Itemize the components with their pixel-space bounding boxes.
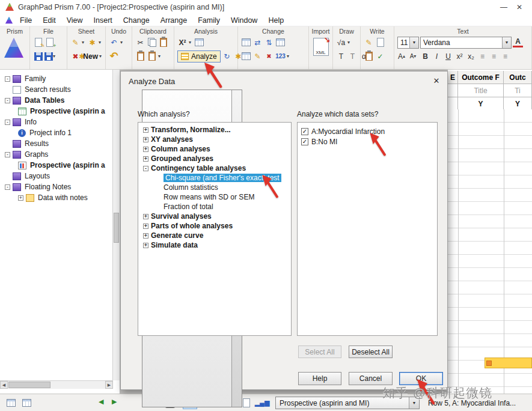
undo-small-icon[interactable]: ↶: [109, 37, 119, 48]
collapse-icon[interactable]: -: [5, 184, 10, 190]
column-header-e[interactable]: E: [448, 71, 458, 84]
analysis-item-contingency[interactable]: - Contingency table analyses: [143, 163, 291, 173]
open-file-icon[interactable]: +: [44, 37, 55, 48]
highlighted-cell[interactable]: [485, 358, 532, 368]
underline-icon[interactable]: U: [443, 51, 453, 62]
text-box-icon[interactable]: T: [347, 51, 358, 62]
scrollbar-thumb[interactable]: [8, 382, 50, 388]
menu-file[interactable]: File: [14, 16, 37, 25]
analysis-item-simulate-data[interactable]: + Simulate data: [143, 240, 291, 250]
help-button[interactable]: Help: [298, 372, 341, 385]
copy-icon[interactable]: [147, 37, 157, 48]
repeat-analysis-icon[interactable]: ↻: [222, 51, 232, 62]
edit-values-icon[interactable]: ✎: [252, 51, 263, 62]
menu-arrange[interactable]: Arrange: [155, 16, 192, 25]
sidebar-item-search-results[interactable]: Search results: [0, 84, 112, 95]
delete-values-icon[interactable]: ✖: [264, 51, 274, 62]
expand-icon[interactable]: +: [143, 156, 148, 162]
import-data-icon[interactable]: XML ↘: [313, 38, 329, 56]
collapse-icon[interactable]: -: [5, 98, 10, 103]
y-header-cell[interactable]: Y: [458, 97, 504, 111]
graphs-sheet-button[interactable]: ▂▄▆: [255, 396, 269, 409]
sidebar-item-info[interactable]: - Info: [0, 117, 112, 127]
write-note-icon[interactable]: ✎: [364, 37, 374, 48]
analysis-item-parts-of-whole[interactable]: + Parts of whole analyses: [143, 221, 291, 231]
prev-sheet-icon[interactable]: ◀: [99, 398, 103, 406]
menu-window[interactable]: Window: [225, 16, 263, 25]
sidebar-item-layouts[interactable]: Layouts: [0, 171, 112, 181]
checkbox-checked-icon[interactable]: ✓: [301, 138, 308, 145]
sheet-wizard-icon[interactable]: ✱: [87, 37, 97, 48]
analysis-item-xy[interactable]: + XY analyses: [143, 135, 291, 144]
scroll-left-button[interactable]: ◀: [0, 381, 8, 389]
minimize-button[interactable]: —: [496, 1, 512, 13]
decrease-font-icon[interactable]: A▾: [409, 51, 419, 62]
paste-icon[interactable]: [158, 37, 168, 48]
sidebar-item-data-with-notes[interactable]: + Data with notes: [0, 192, 112, 203]
column-header-outcome-next[interactable]: Outc: [504, 71, 532, 84]
menu-change[interactable]: Change: [118, 16, 155, 25]
align-right-icon[interactable]: ≡: [500, 51, 510, 62]
expand-icon[interactable]: +: [143, 243, 148, 248]
transpose-icon[interactable]: ⇄: [252, 37, 263, 48]
expand-icon[interactable]: +: [18, 195, 23, 201]
sort-icon[interactable]: ⇅: [264, 37, 274, 48]
column-title-cell-next[interactable]: Ti: [504, 84, 532, 97]
checkbox-checked-icon[interactable]: ✓: [301, 128, 308, 135]
clipboard-note-icon[interactable]: [364, 51, 374, 62]
paste-special-icon[interactable]: [135, 51, 145, 62]
next-sheet-icon[interactable]: ▶: [112, 398, 117, 406]
expand-icon[interactable]: +: [143, 233, 148, 239]
bold-icon[interactable]: B: [420, 51, 430, 62]
analysis-item-survival[interactable]: + Survival analyses: [143, 212, 291, 221]
collapse-icon[interactable]: -: [5, 152, 10, 157]
sidebar-item-graphs[interactable]: - Graphs: [0, 149, 112, 160]
expand-icon[interactable]: +: [143, 147, 148, 152]
paste-link-icon[interactable]: [147, 51, 157, 62]
format-table-icon[interactable]: [241, 37, 251, 48]
close-button[interactable]: ✕: [512, 1, 527, 13]
analysis-item-fraction-of-total[interactable]: Fraction of total: [143, 202, 291, 212]
column-title-cell[interactable]: Title: [458, 84, 504, 97]
analysis-item-column[interactable]: + Column analyses: [143, 144, 291, 154]
cut-icon[interactable]: ✂: [135, 37, 145, 48]
font-family-select[interactable]: Verdana ▼: [420, 37, 512, 49]
collapse-icon[interactable]: -: [143, 166, 148, 171]
expand-icon[interactable]: +: [143, 214, 148, 219]
deselect-all-button[interactable]: Deselect All: [349, 346, 393, 358]
sidebar-item-prospective-data[interactable]: Prospective (aspirin a: [0, 106, 112, 117]
font-size-select[interactable]: 11 ▼: [397, 37, 419, 49]
table-view-toggle-2[interactable]: [19, 396, 34, 409]
scrollbar-thumb[interactable]: [114, 213, 119, 243]
collapse-icon[interactable]: -: [5, 76, 10, 82]
font-size-dropdown-icon[interactable]: ▼: [409, 37, 418, 48]
table-view-toggle-1[interactable]: [4, 396, 18, 409]
column-header-outcome-f[interactable]: Outcome F: [458, 71, 504, 84]
text-tool-icon[interactable]: T: [336, 51, 346, 62]
sidebar-item-project-info[interactable]: i Project info 1: [0, 127, 112, 138]
decimal-format-icon[interactable]: 123: [275, 51, 286, 62]
expand-icon[interactable]: +: [143, 137, 148, 142]
t-test-icon[interactable]: X²: [177, 37, 188, 48]
notes-page-icon[interactable]: [375, 37, 385, 48]
menu-edit[interactable]: Edit: [37, 16, 61, 25]
sidebar-item-prospective-graph[interactable]: Prospective (aspirin a: [0, 160, 112, 171]
equation-icon[interactable]: √a: [336, 37, 346, 48]
analysis-checklist-icon[interactable]: [194, 37, 204, 48]
analyze-button[interactable]: Analyze: [177, 50, 221, 62]
sidebar-horizontal-scrollbar[interactable]: ◀ ▶: [0, 380, 113, 389]
analysis-item-transform[interactable]: + Transform, Normalize...: [143, 125, 291, 135]
prism-logo-icon[interactable]: [3, 36, 25, 60]
collapse-icon[interactable]: -: [5, 120, 10, 125]
subscript-icon[interactable]: x₂: [466, 51, 476, 62]
align-left-icon[interactable]: ≡: [477, 51, 488, 62]
sidebar-item-floating-notes[interactable]: - Floating Notes: [0, 181, 112, 192]
analysis-item-grouped[interactable]: + Grouped analyses: [143, 154, 291, 163]
superscript-icon[interactable]: x²: [454, 51, 465, 62]
analysis-item-generate-curve[interactable]: + Generate curve: [143, 231, 291, 240]
increase-font-icon[interactable]: A▴: [397, 51, 408, 62]
menu-family[interactable]: Family: [192, 16, 225, 25]
y-header-cell-next[interactable]: Y: [504, 97, 532, 111]
exclude-icon[interactable]: [275, 37, 286, 48]
sidebar-item-data-tables[interactable]: - Data Tables: [0, 95, 112, 106]
